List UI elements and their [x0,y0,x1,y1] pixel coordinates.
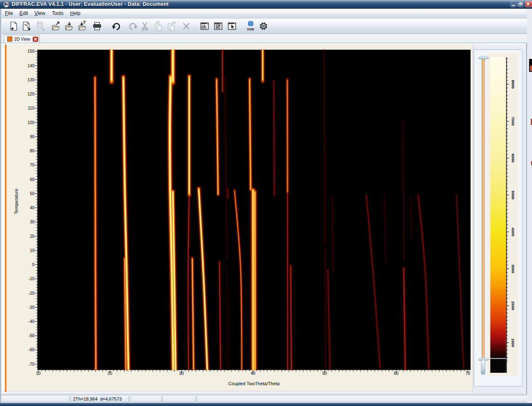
svg-text:50: 50 [322,371,327,376]
svg-text:6000: 6000 [511,154,515,162]
svg-text:60: 60 [30,177,35,182]
svg-text:7000: 7000 [511,117,515,125]
svg-text:40: 40 [251,371,256,376]
svg-text:100: 100 [27,120,34,125]
svg-text:70: 70 [30,163,35,167]
svg-text:150: 150 [27,49,34,54]
svg-text:10: 10 [36,371,41,376]
svg-text:4000: 4000 [511,227,515,236]
svg-text:5000: 5000 [511,191,515,199]
svg-text:80: 80 [30,149,35,153]
svg-text:-70: -70 [29,362,35,367]
svg-text:-30: -30 [29,305,35,310]
svg-text:50: 50 [30,191,35,196]
svg-text:2D View: 2D View [14,37,30,42]
svg-text:?: ? [83,20,86,25]
svg-text:40: 40 [30,205,35,210]
svg-text:0: 0 [32,262,34,267]
svg-text:60: 60 [394,371,399,376]
svg-text:120: 120 [27,92,34,96]
svg-text:8000: 8000 [511,80,515,88]
svg-text:110: 110 [28,106,34,110]
svg-text:20: 20 [30,234,35,239]
svg-text:70: 70 [466,371,471,376]
svg-text:130: 130 [27,78,34,82]
svg-text:30: 30 [179,371,184,376]
svg-text:90: 90 [30,135,35,139]
svg-text:140: 140 [27,64,34,68]
svg-text:1000: 1000 [511,338,515,347]
svg-text:Temperature: Temperature [14,188,19,214]
svg-text:ICDD: ICDD [247,28,254,31]
svg-text:20: 20 [107,371,112,376]
svg-text:2000: 2000 [511,301,515,310]
svg-text:Coupled TwoTheta/Theta: Coupled TwoTheta/Theta [228,381,280,386]
svg-text:-50: -50 [29,333,35,338]
svg-text:3000: 3000 [511,264,515,273]
svg-text:30: 30 [30,220,35,224]
svg-text:10: 10 [30,248,35,253]
svg-text:-10: -10 [29,276,35,281]
svg-text:-20: -20 [29,291,35,296]
svg-text:-40: -40 [29,319,35,324]
svg-text:-60: -60 [29,347,35,352]
